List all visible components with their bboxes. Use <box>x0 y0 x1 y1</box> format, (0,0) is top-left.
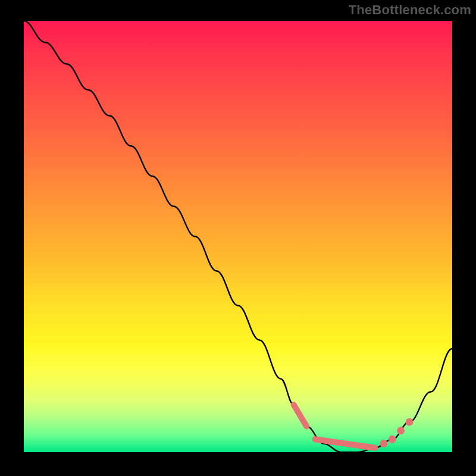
svg-point-1 <box>389 436 396 443</box>
bottleneck-curve <box>24 21 452 452</box>
curve-svg <box>24 21 452 452</box>
svg-point-3 <box>406 418 414 426</box>
plot-area <box>24 21 452 452</box>
svg-point-2 <box>397 427 405 434</box>
highlight-markers <box>294 405 414 448</box>
watermark-text: TheBottleneck.com <box>349 2 471 18</box>
chart-frame: TheBottleneck.com <box>0 0 476 476</box>
svg-point-0 <box>380 440 387 447</box>
